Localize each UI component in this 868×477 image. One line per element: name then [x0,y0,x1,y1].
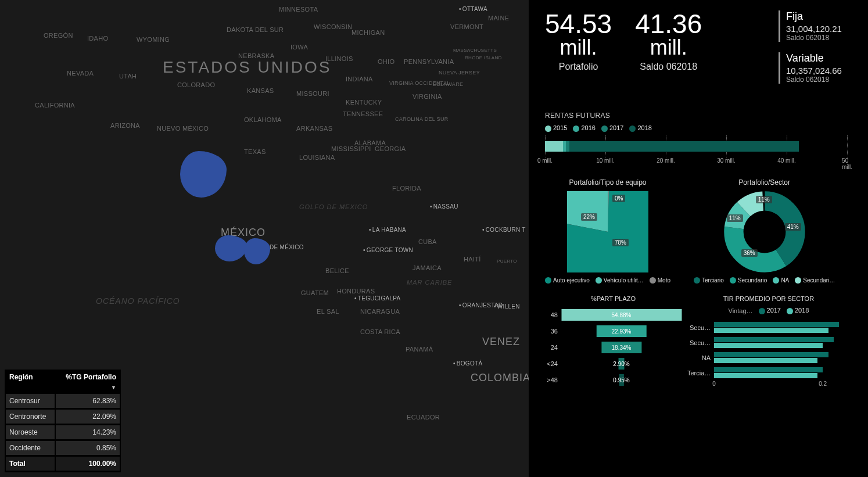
bar-segment-2015[interactable] [545,141,563,152]
kpi-value: 54.53 [545,10,612,37]
pct-cell: 14.23% [56,425,120,440]
charts-panel: 54.53 mill. Portafolio 41.36 mill. Saldo… [529,0,868,477]
state-label: VERMONT [450,23,483,30]
country-label: EL SAL [317,308,339,315]
state-label: MICHIGAN [351,29,385,36]
funnel-row[interactable]: 24 18.34% [545,339,682,356]
map-highlight-centrosur[interactable] [244,238,270,264]
map-highlight-centronorte[interactable] [215,235,247,261]
state-label: IDAHO [87,35,108,42]
legend-label[interactable]: 2017 [767,307,781,314]
rentas-axis: 0 mill. 10 mill. 20 mill. 30 mill. 40 mi… [545,157,847,166]
funnel-row[interactable]: >48 0.95% [545,372,682,388]
pct-cell: 0.85% [56,441,120,456]
sort-desc-icon[interactable]: ▼ [56,385,120,393]
city-label: Willen [494,303,520,310]
legend-label[interactable]: Moto [658,277,670,284]
legend-label[interactable]: Auto ejecutivo [553,277,590,284]
country-label: COLOMBIA [471,372,530,384]
state-label: WYOMING [137,36,170,43]
chart-tir[interactable]: TIR PROMEDIO POR SECTOR Vintag… 2017 201… [687,295,850,389]
legend-label[interactable]: Secundari… [803,277,835,284]
svg-point-2 [577,201,639,263]
axis-tick: 50 mill. [842,157,852,170]
axis-tick: 0 [712,381,716,387]
col-pct[interactable]: %TG Portafolio [56,371,120,383]
tir-row[interactable]: NA [687,350,850,365]
axis-tick: 10 mill. [596,157,615,164]
kpi-value: 41.36 [635,10,702,37]
tir-row[interactable]: Secu… [687,320,850,335]
table-row[interactable]: Noroeste14.23% [6,425,120,440]
state-label: TEXAS [244,148,266,155]
chart-funnel[interactable]: %PART PLAZO 48 54.88%36 22.93%24 18.34%<… [545,295,682,389]
chart-title: %PART PLAZO [545,295,682,302]
table-row[interactable]: Centronorte22.09% [6,410,120,424]
funnel-row[interactable]: 36 22.93% [545,323,682,339]
kpi-unit: mill. [545,37,612,58]
tir-row[interactable]: Tercia… [687,365,850,381]
legend-label[interactable]: Secundario [738,277,767,284]
state-label: TENNESSEE [343,110,383,117]
region-cell: Centrosur [6,394,55,408]
city-label: Ottawa [459,6,487,12]
tir-bar-2018 [714,358,817,363]
legend-label[interactable]: 2015 [553,124,567,131]
state-label: DELAWARE [433,81,463,87]
chart-title: RENTAS FUTURAS [545,112,860,120]
tir-bar-2017 [714,337,834,342]
kpi-fija[interactable]: Fija 31,004,120.21 Saldo 062018 [779,10,860,42]
legend-label[interactable]: Terciario [702,277,724,284]
legend-dot-icon [545,277,551,284]
region-cell: Occidente [6,441,55,456]
state-label: KANSAS [247,87,274,94]
state-label: MASSACHUSETTS [453,48,497,53]
state-label: ILLINOIS [325,55,353,62]
kpi-sub: Saldo 062018 [786,76,860,84]
country-label: NICARAGUA [360,308,400,315]
state-label: INDIANA [346,76,373,83]
map-highlight-noroeste[interactable] [180,151,227,198]
axis-tick: 40 mill. [777,157,796,164]
legend-label[interactable]: 2016 [581,124,595,131]
col-region[interactable]: Región [6,371,55,383]
region-cell: Centronorte [6,410,55,424]
pct-cell: 22.09% [56,410,120,424]
legend-label[interactable]: 2018 [795,307,809,314]
legend-label[interactable]: NA [781,277,789,284]
legend-label[interactable]: 2017 [609,124,623,131]
axis-tick: 20 mill. [657,157,675,164]
slice-label: 41% [785,223,801,231]
chart-sector[interactable]: Portafolio/Sector 41% 36% 11% 11% Tercia… [694,178,835,284]
funnel-row[interactable]: 48 54.88% [545,307,682,323]
chart-tipo-equipo[interactable]: Portafolio/Tipo de equipo 78% 22% 0% Aut… [545,178,670,284]
funnel-row[interactable]: <24 2.90% [545,356,682,372]
slice-label: 22% [581,213,597,221]
kpi-variable[interactable]: Variable 10,357,024.66 Saldo 062018 [779,52,860,84]
state-label: MAINE [488,15,509,21]
country-label: VENEZ [482,336,520,348]
donut-svg [724,191,805,272]
tir-row[interactable]: Secu… [687,335,850,350]
kpi-saldo[interactable]: 41.36 mill. Saldo 062018 [635,10,702,72]
table-row[interactable]: Centrosur62.83% [6,394,120,408]
total-pct: 100.00% [56,457,120,471]
ocean-gulf: Golfo de Mexico [299,203,368,210]
table-row[interactable]: Occidente0.85% [6,441,120,456]
kpi-label: Portafolio [545,62,612,72]
legend-label[interactable]: Vehículo utilit… [604,277,644,284]
kpi-label: Saldo 062018 [635,62,702,72]
tir-category: Tercia… [687,370,714,376]
state-label: CAROLINA DEL SUR [395,116,449,122]
kpi-portafolio[interactable]: 54.53 mill. Portafolio [545,10,612,72]
bar-segment-2018[interactable] [569,141,799,152]
kpi-row: 54.53 mill. Portafolio 41.36 mill. Saldo… [545,10,860,94]
rentas-futuras-chart[interactable]: RENTAS FUTURAS 2015 2016 2017 2018 0 mil… [545,112,860,166]
map-pane[interactable]: ESTADOS UNIDOS MÉXICO Océano Pacífico Go… [0,0,529,477]
region-table[interactable]: Región %TG Portafolio ▼ Centrosur62.83%C… [5,370,121,472]
legend-label[interactable]: 2018 [637,124,651,131]
tir-category: NA [687,354,714,361]
country-label: BELICE [325,267,349,274]
pie-legend: Auto ejecutivo Vehículo utilit… Moto [545,277,670,284]
state-label: GEORGIA [375,145,406,152]
